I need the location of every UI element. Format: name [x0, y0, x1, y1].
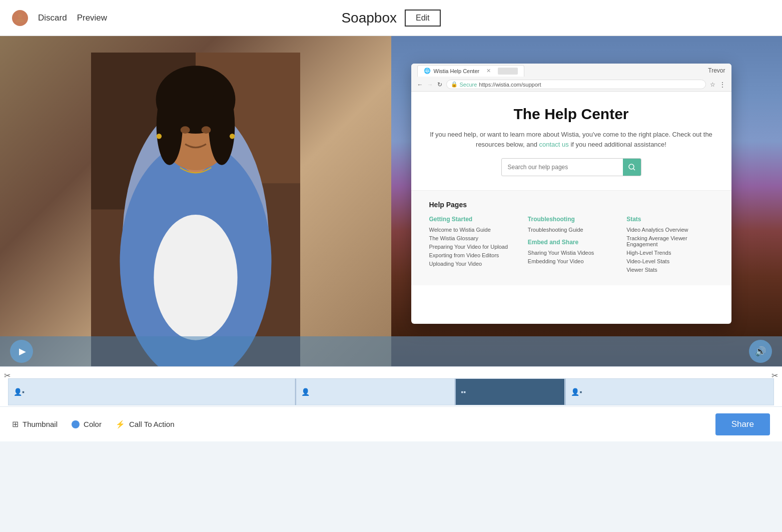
main-content: 🌐 Wistia Help Center ✕ Trevor ← → ↻	[0, 36, 782, 441]
search-input[interactable]	[502, 160, 623, 175]
person-silhouette	[30, 53, 362, 366]
help-columns: Getting Started Welcome to Wistia Guide …	[429, 216, 713, 275]
svg-point-10	[156, 87, 182, 165]
thumbnail-item[interactable]: ⊞ Thumbnail	[12, 419, 58, 429]
header-left: Discard Preview	[12, 10, 107, 26]
help-col-getting-started: Getting Started Welcome to Wistia Guide …	[429, 216, 516, 275]
play-icon: ▶	[19, 346, 26, 357]
list-item[interactable]: Preparing Your Video for Upload	[429, 244, 516, 250]
toolbar-left: ⊞ Thumbnail Color ⚡ Call To Action	[12, 419, 175, 429]
help-pages-title: Help Pages	[429, 201, 713, 209]
timeline-segment-2[interactable]: 👤	[295, 378, 455, 405]
help-center-title: The Help Center	[429, 106, 713, 123]
volume-icon: 🔊	[755, 346, 766, 357]
secure-icon: 🔒	[451, 81, 458, 88]
edit-button[interactable]: Edit	[405, 10, 441, 27]
list-item[interactable]: Video-Level Stats	[626, 258, 713, 264]
browser-user-name: Trevor	[708, 67, 725, 74]
col3-title: Stats	[626, 216, 713, 223]
browser-addressbar: ← → ↻ 🔒 Secure https://wistia.com/suppor…	[411, 78, 731, 92]
page-title: Soapbox	[341, 10, 397, 26]
share-button[interactable]: Share	[715, 413, 770, 435]
video-container: 🌐 Wistia Help Center ✕ Trevor ← → ↻	[0, 36, 782, 366]
thumbnail-label: Thumbnail	[23, 420, 58, 428]
list-item[interactable]: The Wistia Glossary	[429, 235, 516, 241]
list-item[interactable]: Exporting from Video Editors	[429, 252, 516, 258]
color-item[interactable]: Color	[72, 420, 102, 428]
discard-button[interactable]: Discard	[38, 13, 67, 23]
list-item[interactable]: Uploading Your Video	[429, 261, 516, 267]
bottom-toolbar: ⊞ Thumbnail Color ⚡ Call To Action Share	[0, 406, 782, 441]
col2-title: Troubleshooting	[528, 216, 614, 223]
list-item[interactable]: Sharing Your Wistia Videos	[528, 250, 614, 256]
segment-2-icon: 👤	[301, 388, 310, 396]
color-label: Color	[84, 420, 102, 428]
star-icon[interactable]: ☆	[710, 81, 715, 88]
url-text: https://wistia.com/support	[479, 82, 541, 88]
browser-mockup: 🌐 Wistia Help Center ✕ Trevor ← → ↻	[411, 64, 731, 324]
svg-point-0	[18, 14, 22, 18]
secure-label: Secure	[460, 82, 477, 88]
search-button[interactable]	[623, 159, 641, 176]
timeline-segment-3[interactable]: ▪▪	[455, 378, 565, 405]
help-pages-section: Help Pages Getting Started Welcome to Wi…	[411, 190, 731, 285]
timeline-area: ✂ ✂ 👤▪ 👤 ▪▪ 👤▪	[0, 366, 782, 406]
svg-point-15	[230, 134, 235, 139]
list-item[interactable]: Video Analytics Overview	[626, 227, 713, 233]
cta-item[interactable]: ⚡ Call To Action	[116, 420, 175, 429]
col2b-title: Embed and Share	[528, 239, 614, 246]
play-button[interactable]: ▶	[10, 340, 33, 363]
svg-point-6	[154, 215, 237, 340]
search-icon	[628, 164, 635, 171]
back-icon[interactable]: ←	[417, 81, 423, 88]
help-center-subtitle: If you need help, or want to learn more …	[429, 130, 713, 149]
video-controls: ▶ 🔊	[0, 336, 782, 366]
segment-4-icon: 👤▪	[571, 388, 582, 396]
browser-tab: 🌐 Wistia Help Center ✕	[417, 65, 525, 77]
header: Discard Preview Soapbox Edit	[0, 0, 782, 36]
svg-point-16	[629, 164, 634, 169]
segment-1-icon: 👤▪	[14, 388, 25, 396]
svg-line-17	[633, 169, 635, 170]
header-center: Soapbox Edit	[341, 10, 440, 27]
preview-button[interactable]: Preview	[77, 13, 107, 23]
menu-icon[interactable]: ⋮	[719, 81, 725, 88]
volume-button[interactable]: 🔊	[749, 340, 772, 363]
video-left-panel	[0, 36, 391, 366]
thumbnail-icon: ⊞	[12, 419, 19, 429]
cta-icon: ⚡	[116, 420, 125, 429]
segment-3-icon: ▪▪	[461, 388, 466, 396]
svg-point-12	[180, 126, 190, 134]
timeline-track: 👤▪ 👤 ▪▪ 👤▪	[8, 377, 774, 407]
list-item[interactable]: Embedding Your Video	[528, 258, 614, 264]
svg-point-13	[201, 126, 211, 134]
svg-point-14	[156, 134, 161, 139]
list-item[interactable]: Troubleshooting Guide	[528, 227, 614, 233]
browser-tab-area: 🌐 Wistia Help Center ✕ Trevor	[411, 64, 731, 78]
list-item[interactable]: Welcome to Wistia Guide	[429, 227, 516, 233]
refresh-icon[interactable]: ↻	[437, 81, 442, 88]
browser-tab-title: Wistia Help Center	[434, 68, 480, 74]
contact-link[interactable]: contact us	[539, 141, 569, 148]
video-right-panel: 🌐 Wistia Help Center ✕ Trevor ← → ↻	[391, 36, 783, 366]
forward-icon[interactable]: →	[427, 81, 433, 88]
search-bar	[501, 158, 641, 176]
help-col-troubleshooting: Troubleshooting Troubleshooting Guide Em…	[528, 216, 614, 275]
list-item[interactable]: Tracking Average Viewer Engagement	[626, 235, 713, 247]
browser-content: The Help Center If you need help, or wan…	[411, 92, 731, 190]
cta-label: Call To Action	[129, 420, 175, 428]
svg-point-11	[209, 87, 235, 165]
list-item[interactable]: Viewer Stats	[626, 267, 713, 273]
video-split: 🌐 Wistia Help Center ✕ Trevor ← → ↻	[0, 36, 782, 366]
timeline-segment-4[interactable]: 👤▪	[565, 378, 774, 405]
col1-title: Getting Started	[429, 216, 516, 223]
timeline-segment-1[interactable]: 👤▪	[8, 378, 295, 405]
avatar	[12, 10, 28, 26]
color-dot-icon	[72, 420, 80, 428]
help-col-stats: Stats Video Analytics Overview Tracking …	[626, 216, 713, 275]
list-item[interactable]: High-Level Trends	[626, 250, 713, 256]
